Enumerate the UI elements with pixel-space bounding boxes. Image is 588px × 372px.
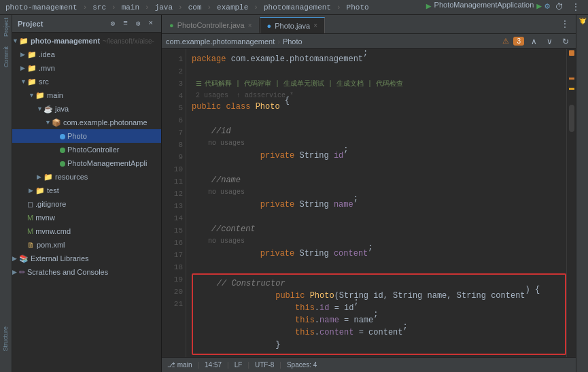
- tree-item-photo[interactable]: ▶ Photo: [12, 129, 161, 143]
- tree-item-mvnwcmd[interactable]: ▶ M mvnw.cmd: [12, 224, 161, 238]
- tree-root-label: photo-management: [31, 37, 100, 45]
- tree-item-gitignore[interactable]: ▶ ◻ .gitignore: [12, 197, 161, 211]
- breadcrumb-java[interactable]: java: [155, 3, 173, 12]
- tab-photocontroller[interactable]: ● PhotoController.java ×: [162, 17, 260, 33]
- tree-item-test[interactable]: ▶ 📁 test: [12, 184, 161, 197]
- tree-item-package[interactable]: ▼ 📦 com.example.photoname: [12, 116, 161, 129]
- tree-item-mvn[interactable]: ▶ 📁 .mvn: [12, 61, 161, 75]
- status-sep-1: |: [197, 361, 199, 369]
- tree-item-src[interactable]: ▼ 📁 src: [12, 75, 161, 88]
- warn-up[interactable]: ∧: [528, 35, 540, 48]
- tree-root[interactable]: ▼ 📁 photo-management ~/leansoft/x/aise-: [12, 34, 161, 48]
- code-line-1: package com.example.photomanagement;: [192, 53, 566, 65]
- breadcrumb-com[interactable]: com: [188, 3, 202, 12]
- right-sidebar-icons: 🔔: [576, 15, 588, 372]
- tab-photo-close[interactable]: ×: [313, 22, 317, 29]
- run-button[interactable]: ▶: [426, 1, 432, 14]
- tab-photo[interactable]: ● Photo.java ×: [260, 17, 325, 33]
- tree-item-idea[interactable]: ▶ 📁 .idea: [12, 48, 161, 61]
- tabs-more-icon[interactable]: ⋮: [558, 18, 572, 31]
- java-label: java: [55, 105, 69, 113]
- usages-count: 2 usages: [196, 92, 228, 99]
- gutter-warning-3: [569, 88, 574, 90]
- breadcrumb-photo-management[interactable]: photo-management: [5, 3, 77, 12]
- panel-expand-icon[interactable]: ≡: [120, 18, 131, 29]
- left-sidebar-icons: Project Commit Structure: [0, 15, 12, 372]
- photo-label: Photo: [67, 132, 87, 140]
- panel-settings-icon[interactable]: ⚙: [108, 18, 118, 29]
- tree-item-ext-libs[interactable]: ▶ 📚 External Libraries: [12, 252, 161, 265]
- main-label: main: [47, 91, 63, 99]
- bottom-status-bar: ⎇ main | 14:57 | LF | UTF-8 | Spaces: 4: [162, 357, 576, 372]
- tab-photo-icon: ●: [267, 22, 272, 30]
- code-line-5: [192, 113, 566, 125]
- extlib-label: External Libraries: [31, 254, 89, 263]
- project-tree: ▼ 📁 photo-management ~/leansoft/x/aise- …: [12, 33, 161, 372]
- test-arrow: ▶: [29, 187, 35, 194]
- breadcrumb-photo[interactable]: Photo: [347, 3, 369, 12]
- tree-item-java[interactable]: ▼ ☕ java: [12, 102, 161, 116]
- photo-class-icon: [60, 132, 67, 140]
- app-name: PhotoManagementApplication: [434, 1, 534, 14]
- panel-close-icon[interactable]: ×: [145, 18, 156, 29]
- toolbar-class: Photo: [283, 37, 302, 46]
- tab-photocontroller-label: PhotoController.java: [177, 21, 245, 29]
- profile-button[interactable]: ⏱: [553, 1, 566, 14]
- status-sep-4: |: [279, 361, 281, 369]
- more-button[interactable]: ⋮: [569, 1, 583, 14]
- gutter-warning-2: [569, 78, 574, 80]
- pc-class-icon: [60, 146, 67, 154]
- cursor-pos: 14:57: [205, 361, 222, 369]
- java-arrow: ▼: [37, 105, 44, 112]
- toolbar-pkg: com.example.photomanagement: [166, 37, 275, 46]
- tree-item-mvnw[interactable]: ▶ M mvnw: [12, 211, 161, 224]
- editor-scrollbar[interactable]: [569, 105, 574, 132]
- breadcrumb-photomgmt[interactable]: photomanagement: [264, 3, 331, 12]
- main-layout: Project Commit Structure Project ⚙ ≡ ⚙ ×…: [0, 15, 588, 372]
- code-container: 1 2 3 4 5 6 7 8 9 10 11 12 13 14 15 16 1…: [162, 49, 576, 357]
- mvn-label: .mvn: [39, 64, 55, 72]
- project-panel: Project ⚙ ≡ ⚙ × ▼ 📁 photo-management ~/l…: [12, 15, 162, 372]
- mvn-folder-icon: 📁: [27, 64, 37, 73]
- annotation-text: 代码解释 | 代码评审 | 生成单元测试 | 生成文档 | 代码检查: [205, 79, 403, 88]
- tree-item-pom[interactable]: ▶ 🗎 pom.xml: [12, 238, 161, 252]
- test-label: test: [47, 186, 59, 195]
- tree-item-scratches[interactable]: ▶ ✏ Scratches and Consoles: [12, 265, 161, 279]
- ai-annotations[interactable]: ☰ 代码解释 | 代码评审 | 生成单元测试 | 生成文档 | 代码检查: [192, 78, 566, 90]
- code-editor[interactable]: package com.example.photomanagement; ☰ 代…: [186, 49, 566, 357]
- tab-photocontroller-close[interactable]: ×: [248, 22, 252, 29]
- app-label: PhotoManagementAppli: [67, 159, 147, 167]
- code-line-8: private String id;: [192, 150, 566, 162]
- gutter-warning-1[interactable]: [569, 50, 574, 56]
- panel-gear-icon[interactable]: ⚙: [133, 18, 143, 29]
- src-folder-icon: 📁: [27, 78, 37, 86]
- scratches-label: Scratches and Consoles: [27, 268, 108, 276]
- structure-tab-icon[interactable]: Structure: [2, 326, 9, 352]
- tree-item-resources[interactable]: ▶ 📁 resources: [12, 170, 161, 184]
- extlib-arrow: ▶: [12, 255, 19, 262]
- tree-item-photocontroller[interactable]: ▶ PhotoController: [12, 143, 161, 156]
- tree-item-app[interactable]: ▶ PhotoManagementAppli: [12, 156, 161, 170]
- project-tab-icon[interactable]: Project: [3, 18, 10, 37]
- mvnwcmd-label: mvnw.cmd: [35, 227, 71, 235]
- test-folder-icon: 📁: [35, 186, 45, 195]
- debug-button[interactable]: ⚙: [544, 1, 550, 14]
- project-panel-title: Project: [18, 20, 43, 28]
- warn-down[interactable]: ∨: [544, 35, 555, 48]
- pom-icon: 🗎: [27, 241, 35, 249]
- code-line-content-comment: //content: [192, 223, 566, 235]
- commit-tab-icon[interactable]: Commit: [3, 46, 10, 67]
- right-gutter: [566, 49, 576, 357]
- pkg-arrow: ▼: [45, 119, 52, 126]
- pom-label: pom.xml: [37, 241, 65, 249]
- tree-item-main[interactable]: ▼ 📁 main: [12, 88, 161, 102]
- code-line-name-comment: //name: [192, 174, 566, 186]
- toolbar-refresh[interactable]: ↻: [559, 35, 572, 48]
- mvn-arrow: ▶: [20, 65, 27, 71]
- title-bar: photo-management › src › main › java › c…: [0, 0, 588, 15]
- breadcrumb-src[interactable]: src: [92, 3, 106, 12]
- run-button-2[interactable]: ▶: [536, 1, 542, 14]
- breadcrumb-main[interactable]: main: [122, 3, 139, 12]
- notifications-icon[interactable]: 🔔: [579, 18, 586, 25]
- breadcrumb-example[interactable]: example: [217, 3, 248, 12]
